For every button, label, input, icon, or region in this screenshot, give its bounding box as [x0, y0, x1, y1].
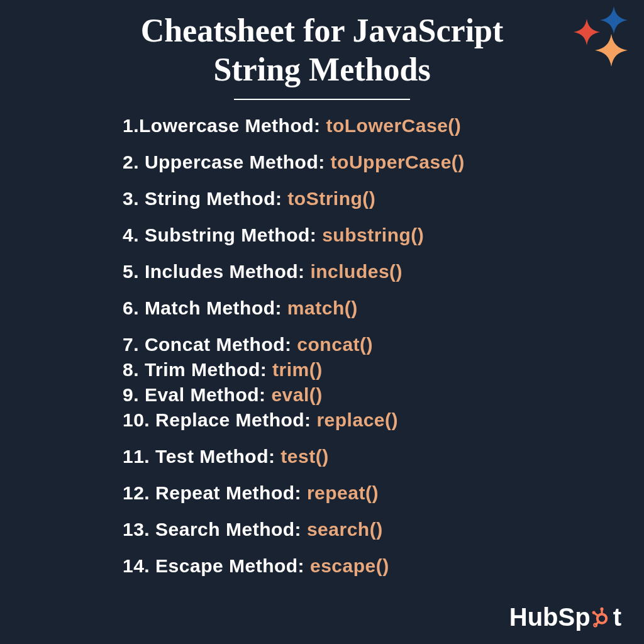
- item-prefix: 6.: [123, 297, 139, 318]
- item-label: Repeat Method:: [155, 482, 301, 503]
- item-method: test(): [280, 446, 328, 467]
- list-item: 9. Eval Method: eval(): [123, 384, 644, 406]
- list-item: 12. Repeat Method: repeat(): [123, 482, 644, 504]
- item-method: escape(): [310, 555, 389, 576]
- list-item: 1.Lowercase Method: toLowerCase(): [123, 115, 644, 136]
- item-label: Concat Method:: [145, 334, 292, 355]
- item-method: repeat(): [307, 482, 379, 503]
- item-method: concat(): [297, 334, 373, 355]
- list-item: 5. Includes Method: includes(): [123, 261, 644, 282]
- item-prefix: 11.: [123, 446, 150, 467]
- hubspot-logo: HubSp t: [509, 603, 621, 631]
- list-item: 8. Trim Method: trim(): [123, 359, 644, 380]
- title-underline: [234, 99, 410, 100]
- item-method: match(): [287, 297, 358, 318]
- item-prefix: 3.: [123, 188, 139, 209]
- item-method: toUpperCase(): [331, 152, 465, 172]
- item-label: Lowercase Method:: [139, 115, 321, 136]
- item-label: Substring Method:: [145, 225, 316, 245]
- item-method: eval(): [271, 384, 322, 405]
- methods-list: 1.Lowercase Method: toLowerCase() 2. Upp…: [0, 115, 644, 577]
- item-label: Uppercase Method:: [145, 152, 325, 172]
- list-item: 10. Replace Method: replace(): [123, 409, 644, 431]
- list-item: 6. Match Method: match(): [123, 297, 644, 319]
- item-label: Match Method:: [145, 297, 282, 318]
- item-label: Test Method:: [155, 446, 275, 467]
- title-line-1: Cheatsheet for JavaScript: [0, 11, 644, 50]
- item-label: String Method:: [145, 188, 282, 209]
- item-label: Replace Method:: [155, 409, 311, 430]
- item-prefix: 1.: [123, 115, 139, 136]
- sparkle-decoration: [570, 6, 633, 69]
- item-prefix: 7.: [123, 334, 139, 355]
- item-prefix: 14.: [123, 555, 150, 576]
- sparkle-icon: [595, 34, 628, 67]
- item-method: includes(): [310, 261, 402, 282]
- item-method: search(): [307, 519, 383, 540]
- item-prefix: 12.: [123, 482, 150, 503]
- item-prefix: 4.: [123, 225, 139, 245]
- svg-point-4: [592, 611, 595, 614]
- item-method: toLowerCase(): [326, 115, 461, 136]
- item-label: Trim Method:: [145, 359, 267, 380]
- list-item: 7. Concat Method: concat(): [123, 334, 644, 355]
- item-label: Escape Method:: [155, 555, 304, 576]
- item-label: Includes Method:: [145, 261, 305, 282]
- item-prefix: 8.: [123, 359, 139, 380]
- sprocket-icon: [592, 608, 612, 628]
- list-item: 14. Escape Method: escape(): [123, 555, 644, 577]
- page-title: Cheatsheet for JavaScript String Methods: [0, 0, 644, 90]
- logo-text-right: t: [613, 603, 621, 631]
- item-method: substring(): [322, 225, 424, 245]
- list-item: 3. String Method: toString(): [123, 188, 644, 209]
- item-prefix: 9.: [123, 384, 139, 405]
- item-prefix: 2.: [123, 152, 139, 172]
- svg-point-2: [600, 607, 603, 610]
- item-label: Search Method:: [155, 519, 301, 540]
- item-method: toString(): [287, 188, 375, 209]
- title-line-2: String Methods: [0, 50, 644, 89]
- item-prefix: 10.: [123, 409, 150, 430]
- logo-text-left: HubSp: [509, 603, 591, 631]
- item-prefix: 13.: [123, 519, 150, 540]
- item-method: replace(): [316, 409, 398, 430]
- list-item: 11. Test Method: test(): [123, 446, 644, 467]
- list-item: 4. Substring Method: substring(): [123, 225, 644, 246]
- item-prefix: 5.: [123, 261, 139, 282]
- list-item: 13. Search Method: search(): [123, 519, 644, 540]
- list-item: 2. Uppercase Method: toUpperCase(): [123, 152, 644, 173]
- sparkle-icon: [600, 6, 628, 34]
- item-method: trim(): [272, 359, 323, 380]
- item-label: Eval Method:: [145, 384, 266, 405]
